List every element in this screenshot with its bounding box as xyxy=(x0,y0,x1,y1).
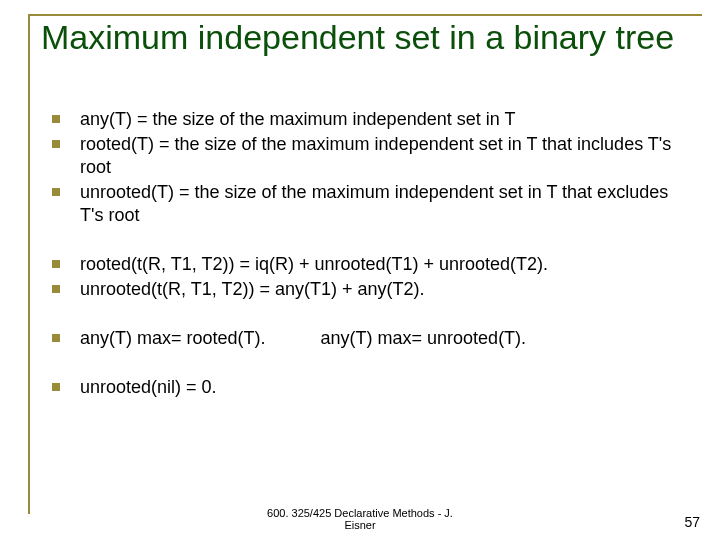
bullet-group-1: any(T) = the size of the maximum indepen… xyxy=(52,108,690,227)
slide-title: Maximum independent set in a binary tree xyxy=(41,18,702,57)
list-item: rooted(t(R, T1, T2)) = iq(R) + unrooted(… xyxy=(52,253,690,276)
bullet-icon xyxy=(52,188,60,196)
bullet-text: unrooted(t(R, T1, T2)) = any(T1) + any(T… xyxy=(80,278,424,301)
bullet-text: rooted(T) = the size of the maximum inde… xyxy=(80,133,690,179)
bullet-text-pair: any(T) max= rooted(T). any(T) max= unroo… xyxy=(80,327,526,350)
bullet-icon xyxy=(52,260,60,268)
bullet-icon xyxy=(52,383,60,391)
bullet-text: unrooted(T) = the size of the maximum in… xyxy=(80,181,690,227)
rule-left xyxy=(28,14,30,514)
bullet-icon xyxy=(52,115,60,123)
bullet-group-4: unrooted(nil) = 0. xyxy=(52,376,690,399)
list-item: unrooted(T) = the size of the maximum in… xyxy=(52,181,690,227)
bullet-icon xyxy=(52,285,60,293)
bullet-group-2: rooted(t(R, T1, T2)) = iq(R) + unrooted(… xyxy=(52,253,690,301)
bullet-text: any(T) = the size of the maximum indepen… xyxy=(80,108,515,131)
bullet-text: rooted(t(R, T1, T2)) = iq(R) + unrooted(… xyxy=(80,253,548,276)
list-item: unrooted(t(R, T1, T2)) = any(T1) + any(T… xyxy=(52,278,690,301)
list-item: rooted(T) = the size of the maximum inde… xyxy=(52,133,690,179)
footer-line-1: 600. 325/425 Declarative Methods - J. xyxy=(0,507,720,520)
rule-top xyxy=(28,14,702,16)
bullet-group-3: any(T) max= rooted(T). any(T) max= unroo… xyxy=(52,327,690,350)
footer: 600. 325/425 Declarative Methods - J. Ei… xyxy=(0,507,720,532)
page-number: 57 xyxy=(684,514,700,530)
list-item: any(T) = the size of the maximum indepen… xyxy=(52,108,690,131)
any-rooted-text: any(T) max= rooted(T). xyxy=(80,327,266,350)
list-item: any(T) max= rooted(T). any(T) max= unroo… xyxy=(52,327,690,350)
slide: Maximum independent set in a binary tree… xyxy=(0,0,720,540)
bullet-icon xyxy=(52,334,60,342)
bullet-icon xyxy=(52,140,60,148)
any-unrooted-text: any(T) max= unrooted(T). xyxy=(321,327,527,350)
footer-line-2: Eisner xyxy=(0,519,720,532)
bullet-text: unrooted(nil) = 0. xyxy=(80,376,217,399)
slide-body: any(T) = the size of the maximum indepen… xyxy=(52,108,690,401)
list-item: unrooted(nil) = 0. xyxy=(52,376,690,399)
